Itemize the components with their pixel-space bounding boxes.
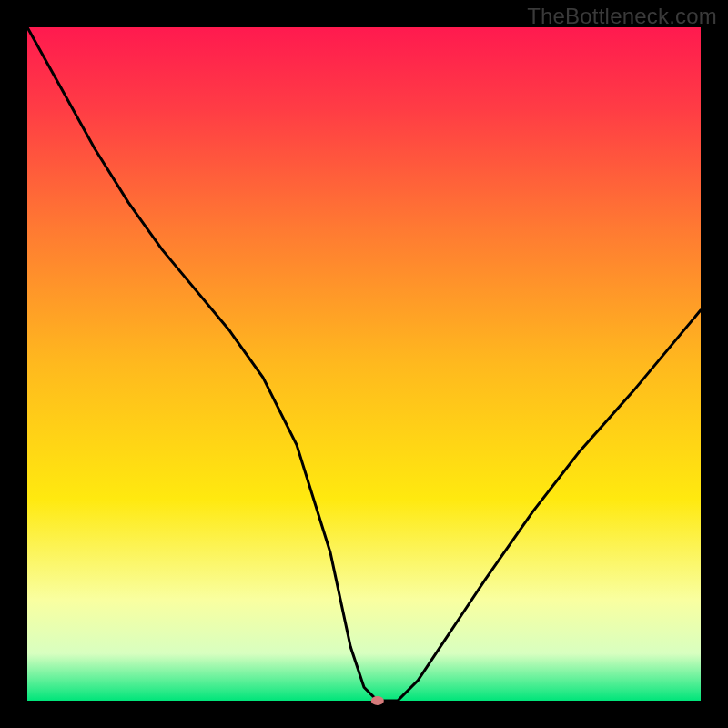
optimal-marker <box>371 696 384 705</box>
bottleneck-chart: TheBottleneck.com <box>0 0 728 728</box>
watermark-label: TheBottleneck.com <box>527 4 717 29</box>
plot-background <box>27 27 701 701</box>
chart-svg <box>0 0 728 728</box>
